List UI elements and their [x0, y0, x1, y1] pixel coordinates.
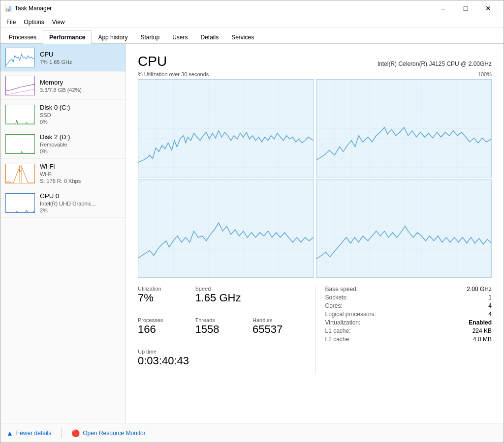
gpu0-util: 2% — [40, 207, 121, 213]
menu-file[interactable]: File — [2, 18, 20, 27]
disk0-thumbnail — [5, 105, 35, 124]
sidebar-item-cpu[interactable]: CPU 7% 1.65 GHz — [0, 44, 126, 72]
disk0-name: Disk 0 (C:) — [40, 104, 121, 111]
uptime-stat: Up time 0:03:40:43 — [138, 349, 305, 367]
cpu-graph-4 — [316, 179, 492, 278]
cpu-sub: 7% 1.65 GHz — [40, 59, 121, 65]
disk0-type: SSD — [40, 112, 121, 118]
tab-startup[interactable]: Startup — [134, 30, 166, 44]
sidebar-item-memory[interactable]: Memory 3.3/7.8 GB (42%) — [0, 72, 126, 100]
tab-bar: Processes Performance App history Startu… — [0, 28, 504, 44]
util-label: % Utilization over 30 seconds 100% — [138, 71, 492, 77]
utilization-stat: Utilization 7% — [138, 286, 190, 304]
fewer-details-icon: ▲ — [6, 429, 13, 437]
main-content: CPU 7% 1.65 GHz Memory 3.3/7.8 GB (42%) — [0, 44, 504, 423]
cpu-name: CPU — [40, 51, 121, 58]
stats-right: Base speed: 2.00 GHz Sockets: 1 Cores: 4… — [315, 286, 492, 374]
memory-thumbnail — [5, 76, 35, 95]
cpu-graph-1 — [138, 79, 314, 177]
svg-rect-7 — [138, 180, 314, 277]
l2-row: L2 cache: 4.0 MB — [325, 336, 492, 343]
stats-left: Utilization 7% Speed 1.65 GHz Processes … — [138, 286, 315, 374]
disk2-name: Disk 2 (D:) — [40, 133, 121, 141]
cpu-main-panel: CPU Intel(R) Celeron(R) J4125 CPU @ 2.00… — [126, 44, 504, 423]
handles-stat: Handles 65537 — [252, 317, 305, 336]
sidebar-item-gpu0[interactable]: GPU 0 Intel(R) UHD Graphic... 2% — [0, 188, 126, 218]
svg-rect-9 — [316, 180, 492, 277]
maximize-button[interactable]: □ — [454, 1, 477, 16]
menu-view[interactable]: View — [48, 18, 69, 27]
cpu-thumbnail — [5, 48, 35, 67]
stats-section: Utilization 7% Speed 1.65 GHz Processes … — [138, 286, 492, 374]
disk2-type: Removable — [40, 142, 121, 148]
gpu0-thumbnail — [5, 193, 35, 213]
cpu-info: CPU 7% 1.65 GHz — [40, 51, 121, 65]
sidebar-item-wifi[interactable]: Wi-Fi Wi-Fi S: 176 R: 0 Kbps — [0, 159, 126, 188]
sidebar-item-disk2[interactable]: Disk 2 (D:) Removable 0% — [0, 129, 126, 159]
memory-info: Memory 3.3/7.8 GB (42%) — [40, 79, 121, 93]
bottom-bar: ▲ Fewer details 🔴 Open Resource Monitor — [0, 423, 504, 443]
base-speed-row: Base speed: 2.00 GHz — [325, 286, 492, 293]
minimize-button[interactable]: – — [432, 1, 454, 16]
tab-processes[interactable]: Processes — [2, 30, 43, 44]
cpu-header: CPU Intel(R) Celeron(R) J4125 CPU @ 2.00… — [138, 54, 492, 69]
close-button[interactable]: ✕ — [477, 1, 500, 16]
svg-rect-5 — [316, 80, 492, 177]
processes-stat: Processes 166 — [138, 317, 190, 336]
window-title: Task Manager — [15, 5, 52, 12]
logical-row: Logical processors: 4 — [325, 311, 492, 318]
virt-row: Virtualization: Enabled — [325, 319, 492, 326]
cpu-graphs — [138, 79, 492, 278]
gpu0-info: GPU 0 Intel(R) UHD Graphic... 2% — [40, 192, 121, 213]
gpu0-name: GPU 0 — [40, 192, 121, 200]
disk2-util: 0% — [40, 148, 121, 154]
cpu-graph-2 — [316, 79, 492, 177]
disk2-thumbnail — [5, 134, 35, 154]
gpu0-model: Intel(R) UHD Graphic... — [40, 201, 121, 207]
speed-stat: Speed 1.65 GHz — [195, 286, 248, 304]
sidebar: CPU 7% 1.65 GHz Memory 3.3/7.8 GB (42%) — [0, 44, 126, 423]
memory-sub: 3.3/7.8 GB (42%) — [40, 87, 121, 93]
cores-row: Cores: 4 — [325, 302, 492, 309]
sidebar-item-disk0[interactable]: Disk 0 (C:) SSD 0% — [0, 100, 126, 129]
l1-row: L1 cache: 224 KB — [325, 327, 492, 334]
wifi-type: Wi-Fi — [40, 171, 121, 177]
separator — [61, 428, 62, 438]
menu-options[interactable]: Options — [20, 18, 48, 27]
cpu-panel-title: CPU — [138, 54, 167, 69]
threads-stat: Threads 1558 — [195, 317, 248, 336]
sockets-row: Sockets: 1 — [325, 294, 492, 301]
wifi-thumbnail — [5, 164, 35, 183]
window-controls: – □ ✕ — [432, 1, 500, 16]
tab-app-history[interactable]: App history — [92, 30, 134, 44]
task-manager-window: 📊 Task Manager – □ ✕ File Options View P… — [0, 0, 504, 443]
open-resource-monitor-button[interactable]: 🔴 Open Resource Monitor — [71, 429, 145, 437]
tab-services[interactable]: Services — [225, 30, 260, 44]
app-icon: 📊 — [4, 5, 12, 12]
fewer-details-button[interactable]: ▲ Fewer details — [6, 429, 51, 437]
tab-details[interactable]: Details — [194, 30, 225, 44]
wifi-info: Wi-Fi Wi-Fi S: 176 R: 0 Kbps — [40, 163, 121, 184]
menu-bar: File Options View — [0, 16, 504, 28]
title-bar: 📊 Task Manager – □ ✕ — [0, 0, 504, 16]
tab-users[interactable]: Users — [166, 30, 194, 44]
svg-rect-3 — [138, 80, 314, 177]
disk2-info: Disk 2 (D:) Removable 0% — [40, 133, 121, 154]
cpu-graph-3 — [138, 179, 314, 278]
cpu-model: Intel(R) Celeron(R) J4125 CPU @ 2.00GHz — [378, 60, 492, 67]
disk0-info: Disk 0 (C:) SSD 0% — [40, 104, 121, 125]
monitor-icon: 🔴 — [71, 429, 80, 437]
wifi-speed: S: 176 R: 0 Kbps — [40, 178, 121, 184]
memory-name: Memory — [40, 79, 121, 86]
tab-performance[interactable]: Performance — [43, 30, 92, 44]
wifi-name: Wi-Fi — [40, 163, 121, 170]
disk0-util: 0% — [40, 119, 121, 125]
